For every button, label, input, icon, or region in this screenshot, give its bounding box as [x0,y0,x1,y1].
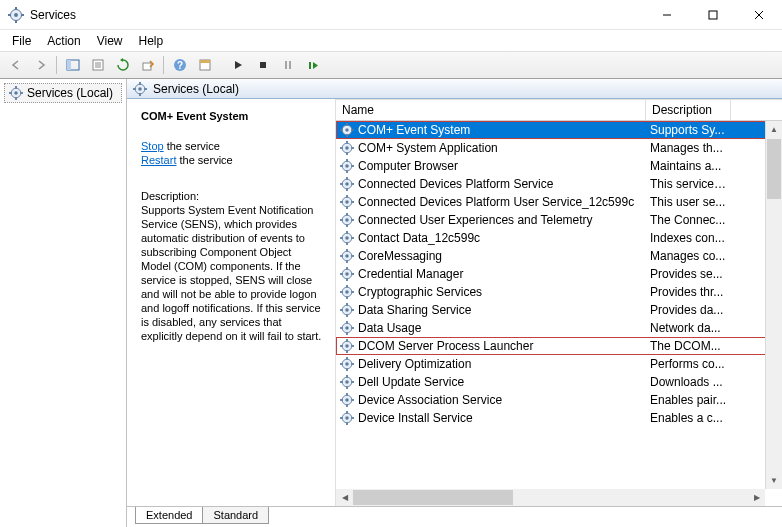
pause-service-button[interactable] [276,54,299,76]
service-list[interactable]: COM+ Event SystemSupports Sy...COM+ Syst… [336,121,782,473]
restart-service-button[interactable] [301,54,324,76]
service-row[interactable]: Dell Update ServiceDownloads ... [336,373,782,391]
scroll-right-button[interactable]: ▶ [748,489,765,506]
service-row[interactable]: Device Install ServiceEnables a c... [336,409,782,427]
help-button[interactable]: ? [168,54,191,76]
info-panel: COM+ Event System Stop the service Resta… [127,99,335,506]
service-desc-cell: Provides se... [646,267,731,281]
menu-help[interactable]: Help [131,32,172,50]
gear-icon [133,82,147,96]
service-name-cell: COM+ System Application [336,141,646,155]
vertical-scrollbar[interactable]: ▲ ▼ [765,121,782,489]
start-service-button[interactable] [226,54,249,76]
service-row[interactable]: Connected Devices Platform ServiceThis s… [336,175,782,193]
service-name: COM+ System Application [358,141,498,155]
window-title: Services [30,8,644,22]
service-desc-cell: Maintains a... [646,159,731,173]
service-row[interactable]: Data UsageNetwork da... [336,319,782,337]
tree-root-label: Services (Local) [27,86,113,100]
service-name: CoreMessaging [358,249,442,263]
scroll-up-button[interactable]: ▲ [766,121,782,138]
tab-standard[interactable]: Standard [202,507,269,524]
restart-suffix: the service [176,154,232,166]
service-name-cell: Connected User Experiences and Telemetry [336,213,646,227]
view-tabs: Extended Standard [127,506,782,527]
gear-icon [340,357,354,371]
service-desc-cell: Provides thr... [646,285,731,299]
gear-icon [340,267,354,281]
gear-icon [340,321,354,335]
show-hide-tree-button[interactable] [61,54,84,76]
service-row[interactable]: Device Association ServiceEnables pair..… [336,391,782,409]
tree-root-services-local[interactable]: Services (Local) [4,83,122,103]
service-name: Delivery Optimization [358,357,471,371]
menu-view[interactable]: View [89,32,131,50]
service-row[interactable]: Data Sharing ServiceProvides da... [336,301,782,319]
service-row[interactable]: Contact Data_12c599cIndexes con... [336,229,782,247]
minimize-button[interactable] [644,0,690,30]
horizontal-scrollbar[interactable]: ◀ ▶ [336,489,765,506]
svg-rect-11 [67,60,71,70]
service-name-cell: CoreMessaging [336,249,646,263]
gear-icon [340,195,354,209]
service-name: Device Install Service [358,411,473,425]
service-desc-cell: The Connec... [646,213,731,227]
service-row[interactable]: Delivery OptimizationPerforms co... [336,355,782,373]
menu-action[interactable]: Action [39,32,88,50]
app-icon [8,7,24,23]
column-spacer [731,100,782,120]
service-name-cell: Credential Manager [336,267,646,281]
back-button[interactable] [4,54,27,76]
service-row[interactable]: CoreMessagingManages co... [336,247,782,265]
service-desc-cell: This service ... [646,177,731,191]
service-row[interactable]: DCOM Server Process LauncherThe DCOM... [336,337,782,355]
scroll-thumb[interactable] [767,139,781,199]
service-list-panel: Name Description COM+ Event SystemSuppor… [335,99,782,506]
service-name-cell: Connected Devices Platform User Service_… [336,195,646,209]
maximize-button[interactable] [690,0,736,30]
svg-rect-21 [260,62,266,68]
export-button[interactable] [136,54,159,76]
description-label: Description: [141,189,323,203]
titlebar: Services [0,0,782,30]
close-button[interactable] [736,0,782,30]
service-row[interactable]: COM+ Event SystemSupports Sy... [336,121,782,139]
column-name[interactable]: Name [336,100,646,120]
service-desc-cell: Indexes con... [646,231,731,245]
service-desc-cell: Supports Sy... [646,123,731,137]
service-name: COM+ Event System [358,123,470,137]
restart-link[interactable]: Restart [141,154,176,166]
gear-icon [340,177,354,191]
service-name: Credential Manager [358,267,463,281]
scroll-down-button[interactable]: ▼ [766,472,782,489]
scroll-left-button[interactable]: ◀ [336,489,353,506]
service-name: Contact Data_12c599c [358,231,480,245]
column-description[interactable]: Description [646,100,731,120]
detail-area: COM+ Event System Stop the service Resta… [127,99,782,506]
menu-file[interactable]: File [4,32,39,50]
service-desc-cell: Enables pair... [646,393,731,407]
service-row[interactable]: Connected User Experiences and Telemetry… [336,211,782,229]
stop-link[interactable]: Stop [141,140,164,152]
refresh-button[interactable] [111,54,134,76]
service-desc-cell: The DCOM... [646,339,731,353]
svg-rect-7 [709,11,717,19]
stop-service-button[interactable] [251,54,274,76]
service-name-cell: Device Install Service [336,411,646,425]
service-row[interactable]: Cryptographic ServicesProvides thr... [336,283,782,301]
properties-sheet-button[interactable] [193,54,216,76]
hscroll-thumb[interactable] [353,490,513,505]
forward-button[interactable] [29,54,52,76]
service-row[interactable]: Computer BrowserMaintains a... [336,157,782,175]
svg-rect-22 [285,61,287,69]
svg-rect-24 [309,62,311,69]
gear-icon [340,375,354,389]
service-row[interactable]: Connected Devices Platform User Service_… [336,193,782,211]
properties-button[interactable] [86,54,109,76]
gear-icon [340,339,354,353]
gear-icon [340,141,354,155]
service-row[interactable]: COM+ System ApplicationManages th... [336,139,782,157]
service-row[interactable]: Credential ManagerProvides se... [336,265,782,283]
menubar: File Action View Help [0,30,782,51]
tab-extended[interactable]: Extended [135,507,203,524]
